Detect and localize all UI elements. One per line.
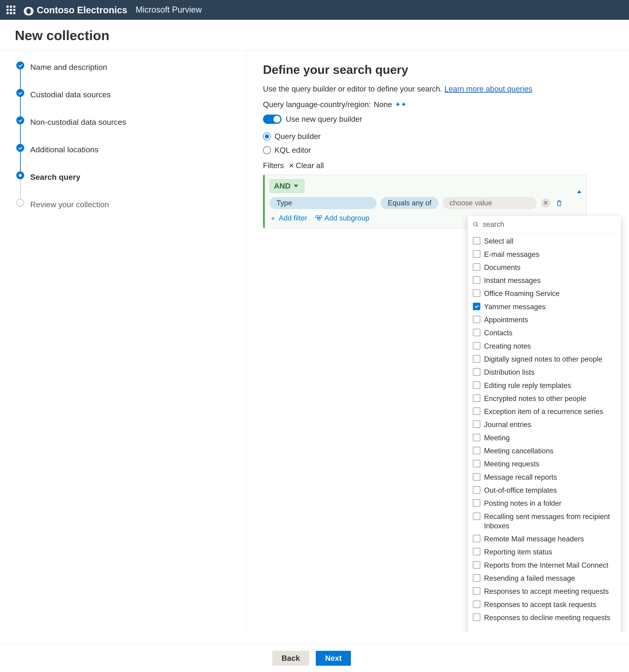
checkbox-icon [473,614,480,621]
dropdown-option-label: Recalling sent messages from recipient I… [484,512,616,531]
step-connector [20,69,21,89]
dropdown-option[interactable]: Responses to accept task requests [468,598,621,611]
checkbox-icon [473,486,480,494]
add-filter-button[interactable]: ＋ Add filter [270,213,307,223]
step-done-icon [16,116,24,124]
step-label: Search query [30,171,80,183]
checkbox-icon [473,535,480,542]
page-title-bar: New collection [0,20,629,50]
checkbox-icon [473,473,480,481]
filter-value-selector[interactable]: choose value [443,197,537,209]
dropdown-option[interactable]: Remote Mail message headers [468,532,621,546]
remove-filter-button[interactable]: ✕ [541,198,550,208]
chevron-down-icon [294,185,298,188]
close-icon: ✕ [543,199,548,208]
dropdown-option-list[interactable]: Select allE-mail messagesDocumentsInstan… [468,233,621,632]
dropdown-search-input[interactable] [482,220,616,229]
dropdown-search-row [468,216,621,233]
step-label: Non-custodial data sources [30,116,126,127]
dropdown-option[interactable]: Responses to decline meeting requests [468,611,621,624]
step-label: Additional locations [30,144,98,155]
checkbox-icon [473,316,480,323]
checkbox-icon [473,368,480,376]
step-custodial-data-sources[interactable]: Custodial data sources [16,89,237,116]
dropdown-option[interactable]: Message recall reports [468,471,621,484]
collapse-group-button[interactable] [577,181,581,191]
add-subgroup-button[interactable]: Add subgroup [316,213,369,223]
org-brand[interactable]: Contoso Electronics [24,4,127,16]
dropdown-option[interactable]: Meeting cancellations [468,445,621,458]
dropdown-option[interactable]: Meeting [468,431,621,445]
dropdown-option[interactable]: Contacts [468,327,621,339]
checkbox-icon [473,342,480,350]
dropdown-option[interactable]: Meeting requests [468,458,621,471]
step-connector [20,97,21,116]
dropdown-option[interactable]: Exception item of a recurrence series [468,405,621,418]
dropdown-option[interactable]: Appointments [468,313,621,327]
dropdown-option[interactable]: Select all [468,235,621,248]
dropdown-option-label: Reporting item status [484,547,552,557]
dropdown-option-label: Remote Mail message headers [484,534,584,544]
dropdown-option-label: Responses to accept meeting requests [484,587,609,596]
filter-operator-selector[interactable]: Equals any of [381,197,438,209]
dropdown-option[interactable]: Instant messages [468,274,621,287]
dropdown-option[interactable]: Out-of-office templates [468,484,621,497]
dropdown-option[interactable]: Distribution lists [468,366,621,379]
checkbox-icon [473,394,480,402]
svg-point-3 [474,222,477,226]
dropdown-option[interactable]: Office Roaming Service [468,287,621,300]
filter-field-selector[interactable]: Type [270,197,377,209]
topbar: Contoso Electronics Microsoft Purview [0,0,629,20]
dropdown-option[interactable]: Encrypted notes to other people [468,392,621,405]
dropdown-option[interactable]: Documents [468,261,621,274]
step-done-icon [16,89,24,97]
step-connector [20,124,21,144]
dropdown-option[interactable]: Reports from the Internet Mail Connect [468,559,621,572]
step-done-icon [16,62,24,69]
step-review-your-collection[interactable]: Review your collection [16,199,237,210]
search-query-panel: Define your search query Use the query b… [247,50,629,632]
dropdown-option-label: Reports from the Internet Mail Connect [484,561,608,570]
org-name: Contoso Electronics [37,4,127,16]
app-launcher-icon[interactable] [6,6,15,15]
trash-icon [556,199,563,207]
dropdown-option[interactable]: Digitally signed notes to other people [468,353,621,366]
dropdown-option[interactable]: Journal entries [468,418,621,431]
option-kql-editor[interactable]: KQL editor [263,145,613,155]
step-label: Custodial data sources [30,89,111,100]
dropdown-option[interactable]: E-mail messages [468,248,621,261]
dropdown-option[interactable]: Responses to accept meeting requests [468,585,621,598]
dropdown-option[interactable]: Resending a failed message [468,572,621,585]
query-mode-options: Query builder KQL editor [263,131,613,155]
type-value-dropdown: Select allE-mail messagesDocumentsInstan… [468,216,621,632]
step-non-custodial-data-sources[interactable]: Non-custodial data sources [16,116,237,144]
product-name[interactable]: Microsoft Purview [136,4,202,16]
checkbox-icon [473,548,480,555]
dropdown-option-label: Journal entries [484,420,531,429]
new-query-builder-toggle[interactable] [263,115,282,124]
checkbox-icon [473,460,480,467]
step-done-icon [16,144,24,152]
delete-filter-button[interactable] [555,198,564,208]
group-operator-dropdown[interactable]: AND [270,179,304,193]
dropdown-option[interactable]: Posting notes in a folder [468,497,621,510]
radio-icon [263,133,271,140]
checkbox-icon [473,250,480,258]
dropdown-option[interactable]: Yammer messages [468,301,621,313]
clear-all-button[interactable]: ✕ Clear all [288,161,324,171]
step-additional-locations[interactable]: Additional locations [16,144,237,171]
dropdown-option[interactable]: Editing rule reply templates [468,379,621,392]
globe-icon[interactable]: ✦✦ [395,100,406,110]
dropdown-option[interactable]: Creating notes [468,340,621,353]
filter-row: Type Equals any of choose value ✕ [270,197,581,209]
step-future-icon [16,199,24,207]
step-search-query[interactable]: Search query [16,171,237,199]
step-name-and-description[interactable]: Name and description [16,62,237,89]
wizard-stepper: Name and descriptionCustodial data sourc… [0,50,247,632]
learn-more-link[interactable]: Learn more about queries [445,85,532,93]
option-query-builder[interactable]: Query builder [263,131,613,142]
svg-rect-1 [320,216,322,217]
dropdown-option[interactable]: Reporting item status [468,546,621,559]
dropdown-option[interactable]: Recalling sent messages from recipient I… [468,510,621,533]
svg-rect-0 [316,216,318,217]
